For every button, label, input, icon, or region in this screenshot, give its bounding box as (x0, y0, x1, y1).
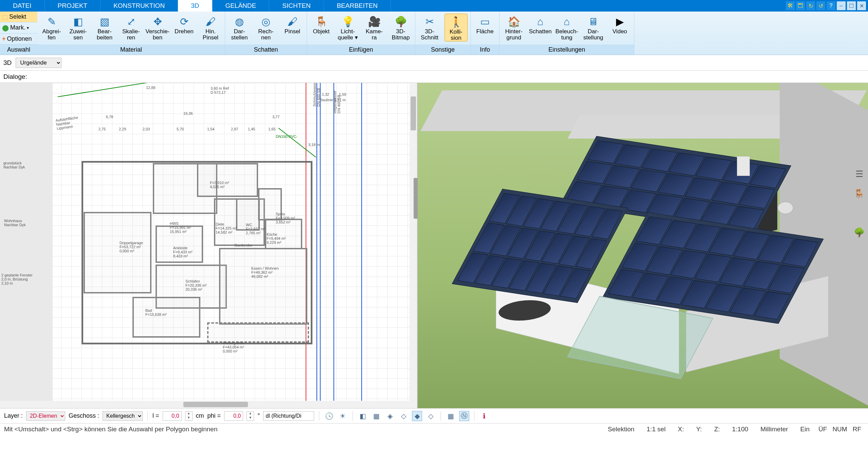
grid-icon[interactable]: ▦ (446, 411, 456, 421)
layers2-icon[interactable]: ▦ (371, 411, 381, 421)
selekt-button[interactable]: ⬚Selekt (0, 12, 37, 22)
tools-icon[interactable]: 🛠 (786, 1, 795, 10)
tool-pinsel[interactable]: 🖌Pinsel (281, 14, 304, 35)
tool-rechnen[interactable]: ◎Rech-nen (254, 14, 277, 41)
tool-zuweisen[interactable]: ◧Zuwei-sen (67, 14, 90, 41)
tool-abgreifen[interactable]: ✎Abgrei-fen (40, 14, 63, 41)
group-label-einfuegen: Einfügen (307, 44, 415, 55)
label-essen: Essen / Wohnen F=49,362 m² 49,082 m² (251, 266, 279, 278)
label-bl: 3,18 m (308, 143, 320, 147)
info-icon[interactable]: ℹ (479, 411, 489, 421)
save-icon[interactable]: 🗔 (796, 1, 805, 10)
status-sel: Selektion (602, 426, 640, 433)
furniture-icon[interactable]: 🪑 (853, 187, 865, 200)
tool-3d-schnitt[interactable]: ✂3D-Schnitt (418, 14, 441, 41)
tool-darstellen[interactable]: ◍Dar-stellen (228, 14, 251, 41)
tab-3d[interactable]: 3D (178, 0, 212, 12)
group-einfuegen: 🪑Objekt 💡Licht-quelle ▾ 🎥Kame-ra 🌳3D-Bit… (307, 12, 415, 55)
tool-objekt[interactable]: 🪑Objekt (310, 14, 333, 35)
tool-schatten[interactable]: ⌂Schatten (529, 14, 552, 35)
diamond-icon[interactable]: ◇ (398, 411, 409, 421)
scroll-thumb-h[interactable] (183, 402, 248, 407)
tool-skalieren[interactable]: ⤢Skalie-ren (120, 14, 143, 41)
group-einstellungen: 🏠Hinter-grund ⌂Schatten ⌂Beleuch-tung 🖥D… (500, 12, 634, 55)
tab-projekt[interactable]: PROJEKT (45, 0, 101, 12)
tool-bearbeiten[interactable]: ▧Bear-beiten (93, 14, 116, 41)
group-label-sonstige: Sonstige (415, 44, 470, 55)
tab-konstruktion[interactable]: KONSTRUKTION (101, 0, 178, 12)
tool-3d-bitmap[interactable]: 🌳3D-Bitmap (389, 14, 412, 41)
tool-kollision[interactable]: 🚶Kolli-sion (445, 14, 468, 41)
l-input[interactable] (163, 411, 182, 421)
label-bauliche: Baulinie 2,91 m (320, 98, 346, 102)
phi-unit: ° (257, 412, 260, 419)
scrollbar-v[interactable] (410, 83, 417, 401)
diamond3-icon[interactable]: ◇ (426, 411, 436, 421)
tab-datei[interactable]: DATEI (0, 0, 45, 12)
viewport-3d[interactable] (418, 83, 868, 408)
system-buttons: 🛠 🗔 ↻ ↺ ? – ☐ ✕ (786, 0, 868, 12)
tool-verschieben[interactable]: ✥Verschie-ben (146, 14, 169, 41)
ribbon-left: ⬚Selekt ⬤Mark. ▾ +Optionen Auswahl (0, 12, 37, 55)
dim-t3: 3,77 (272, 115, 279, 119)
roof-west (452, 189, 628, 303)
diamond2-icon[interactable]: ◆ (412, 411, 422, 421)
tool-flaeche[interactable]: ▭Fläche (473, 14, 496, 35)
tool-hintergrund[interactable]: 🏠Hinter-grund (502, 14, 525, 41)
label-kueche: Küche F=9,494 m² 9,229 m² (267, 232, 286, 245)
mark-button[interactable]: ⬤Mark. ▾ (0, 22, 37, 33)
tool-video[interactable]: ▶Video (608, 14, 631, 35)
status-scale: 1:100 (726, 426, 755, 433)
tree-icon[interactable]: 🌳 (853, 226, 865, 238)
cube-icon[interactable]: ◧ (358, 411, 368, 421)
label-diele: Diele F=14,325 m² 14,582 m² (216, 222, 237, 234)
label-schlafen: Schlafen F=20,336 m² 20,336 m² (185, 279, 207, 291)
status-num: NUM (830, 426, 850, 433)
maximize-icon[interactable]: ☐ (847, 1, 856, 10)
label-neighbor2: Wohnhaus Nachbar Dyk (4, 219, 26, 227)
status-uf: ÜF (816, 426, 830, 433)
tool-darstellung[interactable]: 🖥Dar-stellung (582, 14, 605, 41)
label-schmutz: Schmutzwasser DN 600 SB (312, 83, 321, 107)
label-bad: Bad F=15,638 m² (145, 308, 167, 317)
scrollbar-h[interactable] (0, 401, 417, 408)
tab-gelaende[interactable]: GELÄNDE (212, 0, 269, 12)
layer-select[interactable]: 2D-Elemen (26, 411, 65, 421)
palette-icon[interactable] (853, 207, 865, 219)
l-label: l = (152, 412, 159, 419)
clock-icon[interactable]: 🕓 (324, 411, 334, 421)
tool-hin-pinsel[interactable]: 🖌Hin.Pinsel (199, 14, 222, 41)
tool-drehen[interactable]: ⟳Drehen (173, 14, 196, 35)
label-garderobe: Garderobe (234, 243, 252, 247)
label-topdim: 3,60 m Ref D 572,17 (211, 86, 229, 94)
viewport-2d[interactable]: Doppelgarage F=53,722 m² 0,000 m² Anklei… (0, 83, 418, 408)
redo-icon[interactable]: ↻ (806, 1, 815, 10)
minimize-icon[interactable]: – (837, 1, 846, 10)
tool-beleuchtung[interactable]: ⌂Beleuch-tung (555, 14, 578, 41)
undo-icon[interactable]: ↺ (816, 1, 825, 10)
phi-spinner[interactable]: ▲▼ (247, 411, 254, 421)
layers-icon[interactable]: ☰ (853, 168, 865, 180)
tool-kamera[interactable]: 🎥Kame-ra (363, 14, 386, 41)
tab-sichten[interactable]: SICHTEN (269, 0, 324, 12)
ribbon: ⬚Selekt ⬤Mark. ▾ +Optionen Auswahl ✎Abgr… (0, 12, 868, 55)
status-rf: RF (850, 426, 864, 433)
tool-lichtquelle[interactable]: 💡Licht-quelle ▾ (336, 14, 359, 41)
stack-icon[interactable]: ◈ (385, 411, 395, 421)
phi-input[interactable] (224, 411, 243, 421)
label-speis: Speis F=3,509 m² 3,652 m² (276, 212, 295, 224)
l-spinner[interactable]: ▲▼ (185, 411, 193, 421)
dl-input[interactable] (263, 411, 314, 421)
close-icon[interactable]: ✕ (857, 1, 866, 10)
label-grund: grundstück Nachbar Dyk (3, 161, 25, 169)
sun-icon[interactable]: ☀ (338, 411, 348, 421)
dim-r5: 1,54 (207, 127, 214, 131)
help-icon[interactable]: ? (827, 1, 835, 10)
north-icon[interactable]: Ⓝ (459, 411, 469, 421)
tab-bearbeiten[interactable]: BEARBEITEN (324, 0, 391, 12)
scroll-thumb-v[interactable] (411, 96, 416, 130)
terrain-select[interactable]: Urgelände (16, 58, 61, 68)
geschoss-select[interactable]: Kellergesch (103, 411, 143, 421)
optionen-button[interactable]: +Optionen (0, 34, 37, 44)
chimney (737, 156, 750, 176)
